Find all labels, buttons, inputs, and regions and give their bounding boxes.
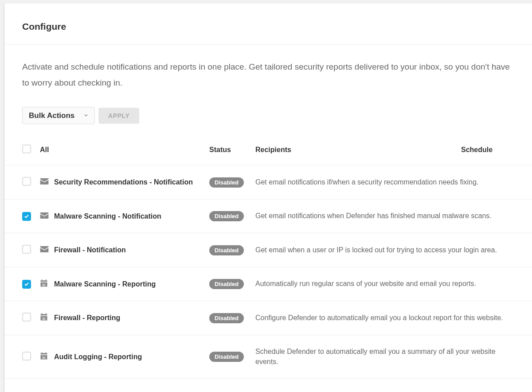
calendar-icon: 31: [40, 281, 48, 289]
mail-icon: [40, 212, 49, 220]
row-name: Firewall - Reporting: [54, 314, 209, 322]
table-row-audit-report: 31 Audit Logging - Reporting Disabled Sc…: [4, 335, 532, 379]
row-name: Security Recommendations - Notification: [54, 178, 209, 186]
status-badge: Disabled: [209, 177, 244, 188]
table-header-row: All Status Recipients Schedule: [4, 137, 532, 165]
column-header-schedule: Schedule: [461, 146, 514, 154]
bulk-actions-wrap: Bulk Actions: [22, 107, 95, 124]
row-name: Malware Scanning - Reporting: [54, 280, 209, 288]
page-title: Configure: [22, 21, 514, 32]
table-row-malware-notif: Malware Scanning - Notification Disabled…: [4, 200, 532, 233]
notifications-table: All Status Recipients Schedule Security …: [4, 137, 532, 379]
bulk-controls: Bulk Actions APPLY: [4, 91, 532, 124]
row-checkbox-malware-report[interactable]: [22, 280, 31, 289]
row-description: Get email notifications when Defender ha…: [255, 211, 514, 221]
row-description: Schedule Defender to automatically email…: [255, 347, 514, 367]
bulk-actions-select[interactable]: Bulk Actions: [22, 107, 95, 124]
calendar-icon: 31: [40, 315, 48, 322]
row-name: Firewall - Notification: [54, 246, 209, 254]
table-row-malware-report: 31 Malware Scanning - Reporting Disabled…: [4, 267, 532, 301]
row-checkbox-audit-report[interactable]: [22, 352, 31, 361]
row-description: Get email notifications if/when a securi…: [255, 177, 514, 187]
row-name: Audit Logging - Reporting: [54, 353, 209, 361]
status-badge: Disabled: [209, 279, 244, 289]
table-row-sec-rec-notif: Security Recommendations - Notification …: [4, 165, 532, 200]
table-row-firewall-report: 31 Firewall - Reporting Disabled Configu…: [4, 301, 532, 335]
select-all-checkbox[interactable]: [22, 145, 31, 153]
row-checkbox-malware-notif[interactable]: [22, 212, 31, 221]
svg-text:31: 31: [42, 356, 46, 359]
status-badge: Disabled: [209, 245, 244, 255]
column-header-recipients: Recipients: [255, 146, 461, 154]
column-header-status: Status: [209, 146, 255, 154]
panel-header: Configure: [4, 4, 532, 45]
mail-icon: [40, 178, 49, 186]
apply-button[interactable]: APPLY: [98, 108, 139, 124]
mail-icon: [40, 246, 49, 254]
row-checkbox-firewall-report[interactable]: [22, 313, 31, 321]
row-checkbox-firewall-notif[interactable]: [22, 245, 31, 254]
svg-text:31: 31: [42, 283, 46, 286]
row-description: Automatically run regular scans of your …: [255, 279, 514, 289]
configure-panel: Configure Activate and schedule notifica…: [4, 4, 532, 392]
row-name: Malware Scanning - Notification: [54, 212, 209, 220]
row-description: Get email when a user or IP is locked ou…: [255, 245, 514, 255]
table-row-firewall-notif: Firewall - Notification Disabled Get ema…: [4, 233, 532, 267]
row-checkbox-sec-rec-notif[interactable]: [22, 177, 31, 186]
panel-intro: Activate and schedule notifications and …: [4, 45, 532, 91]
status-badge: Disabled: [209, 313, 244, 323]
column-header-all: All: [40, 146, 209, 154]
calendar-icon: 31: [40, 354, 48, 361]
status-badge: Disabled: [209, 352, 244, 362]
row-description: Configure Defender to automatically emai…: [255, 313, 514, 323]
status-badge: Disabled: [209, 211, 244, 221]
svg-text:31: 31: [42, 317, 46, 320]
